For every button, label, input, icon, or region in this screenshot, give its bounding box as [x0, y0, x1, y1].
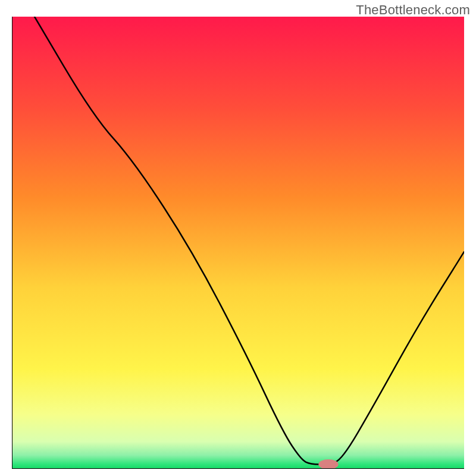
chart-plot-area [12, 17, 464, 469]
optimum-marker [318, 459, 338, 469]
attribution-text: TheBottleneck.com [356, 2, 470, 18]
bottleneck-chart: TheBottleneck.com [0, 0, 476, 476]
gradient-fill [12, 17, 464, 469]
